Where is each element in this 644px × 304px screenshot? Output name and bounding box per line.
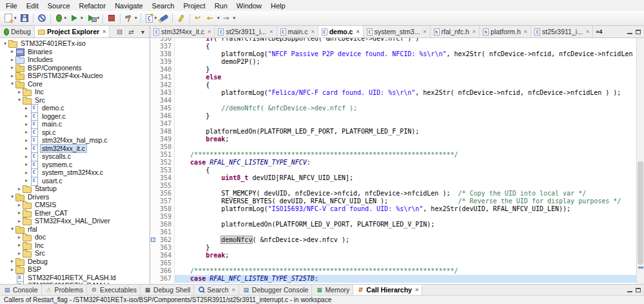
code-line[interactable]: demoNfcv( &nfcDevice->dev.nfcv );	[175, 236, 636, 244]
gutter-line-number[interactable]: 350	[150, 143, 174, 151]
build-button[interactable]: ▾	[122, 12, 139, 25]
code-line[interactable]	[175, 120, 636, 128]
gutter-line-number[interactable]: 338	[150, 50, 174, 58]
dropdown-caret-icon[interactable]: ▾	[135, 15, 137, 21]
gutter-line-number[interactable]: 356	[150, 190, 174, 198]
close-icon[interactable]: ×	[269, 28, 273, 35]
expand-arrow-icon[interactable]: ▸	[9, 57, 15, 63]
bottom-tab-debug-shell[interactable]: ▦Debug Shell	[141, 285, 194, 295]
close-icon[interactable]: ×	[586, 28, 589, 35]
minimize-icon[interactable]	[627, 33, 632, 34]
gutter-line-number[interactable]: 354	[150, 174, 174, 182]
code-line[interactable]: platformLog("ISO15693/NFC-V card found. …	[175, 205, 636, 213]
bottom-tab-memory[interactable]: ▦Memory	[312, 285, 353, 295]
overview-mark[interactable]	[638, 267, 643, 269]
new-c-cpp-button[interactable]: ▾	[143, 12, 159, 25]
tree-item-doc[interactable]: ▸doc	[0, 233, 150, 241]
menu-window[interactable]: Window	[232, 1, 266, 10]
dropdown-caret-icon[interactable]: ▾	[64, 15, 67, 21]
code-line[interactable]: }	[175, 112, 636, 120]
code-line[interactable]: }	[175, 244, 636, 252]
editor-tab-rfal-nfc-h[interactable]: rfal_nfc.h×	[431, 26, 480, 37]
maximize-icon[interactable]	[636, 288, 641, 292]
tree-item-stm32f4xx-hal-driver[interactable]: ▸STM32F4xx_HAL_Driver	[0, 217, 150, 225]
bottom-tab-search[interactable]: Search×	[194, 285, 239, 295]
code-line[interactable]	[175, 213, 636, 221]
expand-arrow-icon[interactable]: ▸	[9, 258, 15, 264]
expand-arrow-icon[interactable]: ▸	[9, 48, 15, 54]
menu-edit[interactable]: Edit	[22, 1, 43, 10]
editor-tab-st25r3911-i[interactable]: st25r3911_i...×	[531, 26, 593, 37]
gutter-line-number[interactable]: 346	[150, 112, 174, 120]
close-icon[interactable]: ×	[423, 28, 426, 35]
debug-button[interactable]: ▾	[53, 12, 68, 25]
menu-source[interactable]: Source	[43, 1, 75, 10]
code-line[interactable]: }	[175, 66, 636, 74]
expand-arrow-icon[interactable]: ▸	[23, 154, 30, 159]
expand-arrow-icon[interactable]: ▸	[23, 113, 30, 119]
code-area[interactable]: if( rfalNfcfIsNfcDepSupported( &nfcDevic…	[175, 38, 636, 284]
expand-arrow-icon[interactable]: ▸	[9, 65, 15, 70]
dropdown-caret-icon[interactable]: ▾	[97, 15, 100, 21]
tree-item-stm32f4xx-hal-msp-c[interactable]: ▸stm32f4xx_hal_msp.c	[0, 136, 150, 145]
expand-arrow-icon[interactable]: ▸	[23, 137, 30, 143]
tab-overflow-count[interactable]: »4	[593, 26, 605, 37]
tree-item-binaries[interactable]: ▸Binaries	[0, 48, 150, 56]
gutter-line-number[interactable]: 341	[150, 74, 174, 81]
tree-item-startup[interactable]: ▸Startup	[0, 185, 150, 193]
editor-tab-stm32f4xx-it-c[interactable]: stm32f4xx_it.c×	[150, 26, 215, 37]
gutter-line-number[interactable]: 366	[150, 267, 174, 275]
collapse-arrow-icon[interactable]: ▾	[9, 226, 15, 232]
tree-item-cmsis[interactable]: ▸CMSIS	[0, 201, 150, 209]
collapse-arrow-icon[interactable]: ▾	[2, 41, 8, 46]
gutter-line-number[interactable]: 367	[150, 275, 174, 283]
scrollbar-thumb[interactable]	[638, 161, 643, 265]
new-button[interactable]: ▾	[2, 12, 18, 25]
expand-arrow-icon[interactable]: ▸	[23, 145, 30, 151]
menu-help[interactable]: Help	[266, 1, 290, 10]
expand-arrow-icon[interactable]: ▸	[16, 218, 23, 224]
tree-item-includes[interactable]: ▸Includes	[0, 56, 150, 64]
gutter-line-number[interactable]: 355	[150, 182, 174, 190]
view-tab-debug[interactable]: Debug	[0, 26, 35, 37]
code-line[interactable]: {	[175, 43, 636, 50]
code-line[interactable]: if( rfalNfcfIsNfcDepSupported( &nfcDevic…	[175, 38, 636, 43]
tree-item-core[interactable]: ▾Core	[0, 80, 150, 88]
dropdown-caret-icon[interactable]: ▾	[155, 15, 157, 21]
expand-arrow-icon[interactable]: ▸	[23, 121, 30, 127]
tree-item-main-c[interactable]: ▸main.c	[0, 120, 150, 128]
expand-arrow-icon[interactable]: ▸	[23, 129, 30, 135]
back-button[interactable]: ▾	[205, 12, 221, 25]
tree-item-system-stm32f4xx-c[interactable]: ▸system_stm32f4xx.c	[0, 168, 150, 177]
gutter-line-number[interactable]: 363	[150, 244, 174, 252]
gutter-line-number[interactable]: 349	[150, 136, 174, 143]
code-line[interactable]: {	[175, 167, 636, 174]
gutter-line-number[interactable]: 336	[150, 38, 174, 43]
expand-arrow-icon[interactable]: ▸	[16, 202, 23, 208]
save-button[interactable]	[18, 12, 31, 25]
tree-item-bsp-components[interactable]: ▸BSP/Components	[0, 64, 150, 72]
expand-arrow-icon[interactable]: ▸	[16, 242, 23, 248]
external-tools-button[interactable]: ▾	[84, 12, 101, 25]
code-line[interactable]: ST_MEMCPY( devUID, nfcDevice->nfcid, nfc…	[175, 190, 636, 198]
tree-item-sysmem-c[interactable]: ▸sysmem.c	[0, 161, 150, 169]
run-button[interactable]: ▾	[68, 12, 84, 25]
expand-arrow-icon[interactable]: ▸	[23, 161, 30, 167]
gutter-line-number[interactable]: 351	[150, 151, 174, 159]
expand-arrow-icon[interactable]: ▸	[16, 89, 23, 95]
code-line[interactable]: break;	[175, 252, 636, 259]
tree-item-usart-c[interactable]: ▸usart.c	[0, 177, 150, 185]
gutter-line-number[interactable]: 365	[150, 259, 174, 267]
close-icon[interactable]: ×	[232, 287, 235, 293]
last-edit-location-button[interactable]	[192, 12, 205, 25]
bottom-tab-console[interactable]: ▤Console	[0, 285, 42, 295]
tree-item-inc[interactable]: ▸Inc	[0, 88, 150, 96]
minimize-icon[interactable]	[627, 291, 632, 292]
menu-search[interactable]: Search	[148, 1, 179, 10]
code-line[interactable]: /***************************************…	[175, 267, 636, 275]
gutter-line-number[interactable]: 337	[150, 43, 174, 50]
expand-arrow-icon[interactable]: ▸	[23, 105, 30, 111]
gutter-line-number[interactable]: 357	[150, 198, 174, 205]
expand-arrow-icon[interactable]: ▸	[23, 170, 30, 176]
code-line[interactable]: {	[175, 81, 636, 89]
